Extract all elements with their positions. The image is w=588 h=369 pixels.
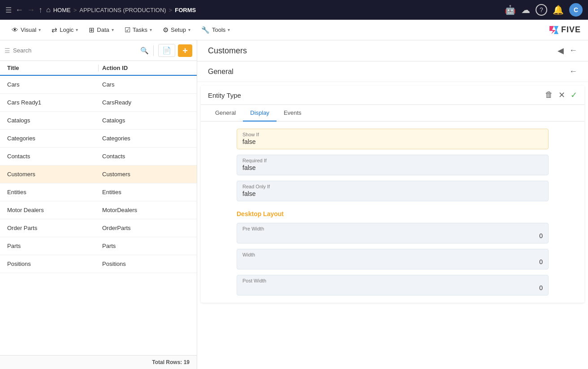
table-row[interactable]: Cars Cars — [0, 76, 197, 94]
right-panel: Customers ◀ ← General ← Entity Type 🗑 ✕ … — [197, 40, 588, 369]
avatar[interactable]: C — [569, 3, 583, 17]
table-row[interactable]: Parts Parts — [0, 237, 197, 255]
logic-chevron: ▾ — [76, 27, 78, 32]
entity-actions: 🗑 ✕ ✓ — [545, 90, 577, 100]
top-bar-right: 🤖 ☁ ? 🔔 C — [505, 3, 583, 17]
required-if-value[interactable]: false — [242, 164, 543, 171]
pre-width-field: Pre Width 0 — [237, 223, 549, 243]
row-title: Cars — [7, 81, 95, 88]
read-only-if-value[interactable]: false — [242, 190, 543, 197]
search-icon[interactable]: 🔍 — [140, 47, 149, 55]
back-button[interactable]: ← — [15, 5, 23, 15]
row-title: Cars Ready1 — [7, 99, 95, 106]
setup-chevron: ▾ — [188, 27, 190, 32]
row-action-id: Customers — [102, 171, 190, 178]
arrow-left-icon[interactable]: ← — [569, 46, 577, 56]
tasks-chevron: ▾ — [150, 27, 152, 32]
applications-link[interactable]: APPLICATIONS (PRODUCTION) — [79, 7, 166, 13]
col-title-header: Title — [7, 65, 95, 71]
post-width-label: Post Width — [242, 278, 543, 283]
general-title: General — [208, 68, 233, 76]
col-divider — [98, 65, 99, 71]
table-footer: Total Rows: 19 — [0, 355, 197, 369]
show-if-value[interactable]: false — [242, 138, 543, 145]
form-body: Show If false Required If false Read Onl… — [201, 122, 584, 303]
circle-left-icon[interactable]: ◀ — [558, 46, 564, 56]
menu-setup[interactable]: ⚙ Setup ▾ — [158, 23, 195, 37]
table-row[interactable]: Catalogs Catalogs — [0, 112, 197, 130]
table-row[interactable]: Customers Customers — [0, 165, 197, 183]
general-back-icon[interactable]: ← — [569, 67, 577, 76]
row-title: Catalogs — [7, 117, 95, 124]
main-content: ☰ 🔍 📄 + Title Action ID Cars Cars Cars R… — [0, 40, 588, 369]
row-action-id: Entities — [102, 189, 190, 195]
divider — [153, 45, 154, 56]
table-row[interactable]: Order Parts OrderParts — [0, 219, 197, 237]
table-header: Title Action ID — [0, 61, 197, 76]
post-width-field: Post Width 0 — [237, 275, 549, 295]
forms-link[interactable]: FORMS — [175, 7, 196, 13]
visual-icon: 👁 — [12, 26, 18, 34]
delete-icon[interactable]: 🗑 — [545, 90, 553, 100]
bell-icon[interactable]: 🔔 — [553, 4, 564, 15]
data-icon: ⊞ — [89, 26, 95, 34]
row-title: Contacts — [7, 153, 95, 160]
entity-type-title: Entity Type — [208, 91, 241, 99]
tab-general[interactable]: General — [208, 105, 243, 122]
breadcrumb: ⌂ HOME > APPLICATIONS (PRODUCTION) > FOR… — [46, 6, 196, 14]
show-if-field: Show If false — [237, 129, 549, 149]
col-action-header: Action ID — [102, 65, 190, 71]
top-bar-left: ☰ ← → ↑ ⌂ HOME > APPLICATIONS (PRODUCTIO… — [5, 5, 501, 15]
menu-data[interactable]: ⊞ Data ▾ — [84, 23, 118, 37]
menu-visual[interactable]: 👁 Visual ▾ — [7, 23, 45, 36]
row-action-id: CarsReady — [102, 99, 190, 106]
entity-header: Entity Type 🗑 ✕ ✓ — [201, 86, 584, 105]
post-width-value[interactable]: 0 — [242, 284, 543, 291]
doc-button[interactable]: 📄 — [158, 44, 175, 57]
row-action-id: Contacts — [102, 153, 190, 160]
table-row[interactable]: Cars Ready1 CarsReady — [0, 94, 197, 112]
row-title: Categories — [7, 135, 95, 142]
pre-width-label: Pre Width — [242, 226, 543, 231]
table-row[interactable]: Motor Dealers MotorDealers — [0, 201, 197, 219]
robot-icon[interactable]: 🤖 — [505, 4, 516, 15]
tab-display[interactable]: Display — [243, 105, 277, 122]
menu-bar: 👁 Visual ▾ ⇄ Logic ▾ ⊞ Data ▾ ☑ Tasks ▾ … — [0, 20, 588, 40]
required-if-field: Required If false — [237, 155, 549, 175]
search-bar: ☰ 🔍 📄 + — [0, 40, 197, 61]
data-chevron: ▾ — [112, 27, 114, 32]
row-action-id: Catalogs — [102, 117, 190, 124]
home-link[interactable]: HOME — [53, 7, 71, 13]
tab-events[interactable]: Events — [277, 105, 309, 122]
tools-chevron: ▾ — [228, 27, 230, 32]
read-only-if-field: Read Only If false — [237, 181, 549, 201]
close-icon[interactable]: ✕ — [558, 90, 565, 100]
forward-button[interactable]: → — [27, 5, 35, 15]
help-icon[interactable]: ? — [536, 4, 547, 16]
table-row[interactable]: Entities Entities — [0, 183, 197, 201]
table-row[interactable]: Positions Positions — [0, 255, 197, 273]
general-header: General ← — [197, 61, 588, 82]
general-section: General ← Entity Type 🗑 ✕ ✓ General Disp… — [197, 61, 588, 369]
width-value[interactable]: 0 — [242, 258, 543, 265]
sep1: > — [74, 7, 77, 13]
menu-logic[interactable]: ⇄ Logic ▾ — [47, 23, 82, 37]
row-title: Positions — [7, 260, 95, 267]
table-row[interactable]: Categories Categories — [0, 130, 197, 148]
menu-tools[interactable]: 🔧 Tools ▾ — [197, 23, 234, 37]
search-input[interactable] — [13, 47, 138, 54]
check-icon[interactable]: ✓ — [571, 90, 577, 100]
hamburger-icon[interactable]: ☰ — [5, 6, 12, 14]
table-row[interactable]: Contacts Contacts — [0, 148, 197, 165]
menu-tasks[interactable]: ☑ Tasks ▾ — [120, 23, 156, 37]
tasks-icon: ☑ — [125, 26, 130, 34]
row-title: Parts — [7, 243, 95, 249]
add-button[interactable]: + — [178, 44, 192, 57]
left-panel: ☰ 🔍 📄 + Title Action ID Cars Cars Cars R… — [0, 40, 197, 369]
setup-icon: ⚙ — [163, 26, 169, 34]
cloud-icon[interactable]: ☁ — [521, 4, 530, 15]
desktop-layout-label: Desktop Layout — [237, 210, 549, 217]
pre-width-value[interactable]: 0 — [242, 232, 543, 239]
tabs-bar: General Display Events — [201, 105, 584, 122]
up-button[interactable]: ↑ — [39, 5, 43, 15]
